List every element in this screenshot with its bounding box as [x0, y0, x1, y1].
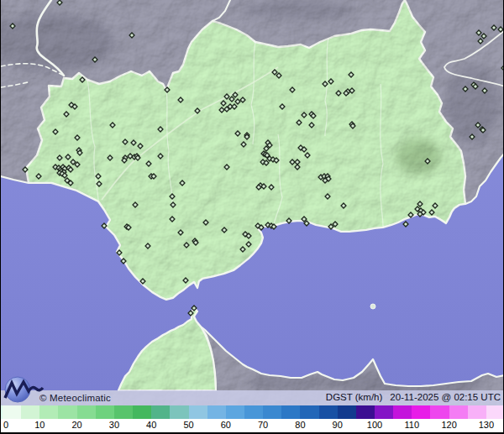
legend-block — [170, 405, 189, 419]
legend-tick-label: 100 — [367, 420, 382, 430]
legend-block — [151, 405, 171, 419]
legend-tick-label: 50 — [183, 420, 193, 430]
legend-block — [319, 405, 339, 419]
legend-block — [412, 405, 431, 419]
legend-block — [77, 405, 97, 419]
legend-tick-label: 60 — [221, 420, 231, 430]
status-bar: © Meteoclimatic DGST (km/h) 20-11-2025 @… — [1, 390, 504, 405]
legend-tick-label: 20 — [71, 420, 81, 430]
legend-block — [189, 405, 208, 419]
legend-block — [486, 405, 504, 419]
product-label: DGST (km/h) — [326, 392, 383, 402]
legend-block — [133, 405, 152, 419]
legend-block — [226, 405, 245, 419]
meteoclimatic-logo — [2, 373, 47, 408]
legend-block — [207, 405, 227, 419]
legend-block — [58, 405, 77, 419]
legend-block — [375, 405, 394, 419]
weather-map-screenshot: © Meteoclimatic DGST (km/h) 20-11-2025 @… — [0, 0, 504, 434]
legend-block — [468, 405, 487, 419]
legend-tick-label: 130 — [479, 420, 494, 430]
map-canvas — [1, 0, 504, 434]
legend-block — [393, 405, 412, 419]
map-caption: DGST (km/h) 20-11-2025 @ 02:15 UTC — [326, 392, 501, 402]
legend-tick-label: 90 — [333, 420, 343, 430]
legend-tick-label: 30 — [109, 420, 119, 430]
legend-block — [281, 405, 301, 419]
legend-block — [356, 405, 375, 419]
legend-block — [430, 405, 449, 419]
alboran-island — [370, 304, 375, 309]
legend-block — [300, 405, 319, 419]
dark-terrain-patch — [396, 139, 441, 174]
legend-tick-strip: 0102030405060708090100110120130 — [1, 419, 504, 432]
legend-color-scale — [1, 405, 504, 419]
legend-block — [114, 405, 134, 419]
copyright-label: © Meteoclimatic — [39, 393, 111, 403]
legend-tick-label: 70 — [258, 420, 268, 430]
legend-tick-label: 10 — [34, 420, 45, 430]
legend-tick-label: 110 — [405, 420, 420, 430]
legend-block — [338, 405, 357, 419]
legend-block — [244, 405, 264, 419]
legend-tick-label: 120 — [441, 420, 456, 430]
legend-tick-label: 0 — [3, 420, 8, 430]
legend-block — [449, 405, 469, 419]
timestamp-label: 20-11-2025 @ 02:15 UTC — [390, 392, 501, 402]
legend-tick-label: 80 — [295, 420, 305, 430]
legend-block — [96, 405, 115, 419]
legend-tick-label: 40 — [146, 420, 156, 430]
legend-block — [263, 405, 282, 419]
